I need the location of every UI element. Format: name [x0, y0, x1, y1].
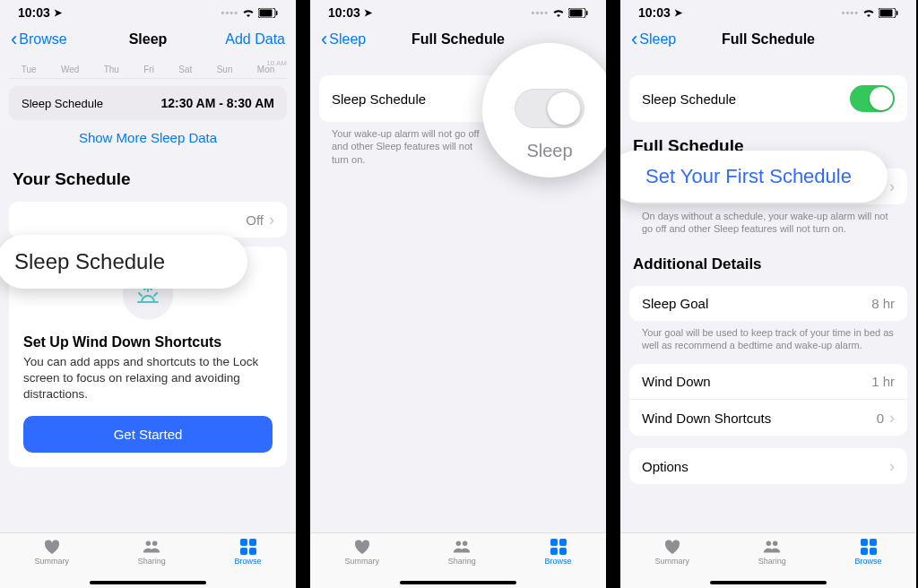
- chevron-right-icon: ›: [889, 410, 895, 426]
- week-row: 10 AM Tue Wed Thu Fri Sat Sun Mon: [9, 59, 287, 79]
- status-bar: 10:03 ➤ ••••: [0, 0, 296, 20]
- tab-sharing-label: Sharing: [448, 557, 476, 566]
- tab-sharing[interactable]: Sharing: [448, 539, 476, 566]
- toggle-footer: Your wake-up alarm will not go off and o…: [319, 122, 498, 171]
- svg-rect-1: [260, 9, 273, 16]
- chevron-left-icon: ‹: [11, 30, 17, 49]
- tab-bar: Summary Sharing Browse: [0, 532, 296, 588]
- home-indicator[interactable]: [90, 581, 206, 584]
- people-icon: [762, 539, 782, 555]
- tab-summary[interactable]: Summary: [34, 539, 69, 566]
- sleep-goal-row[interactable]: Sleep Goal 8 hr: [629, 286, 907, 321]
- tab-browse-label: Browse: [545, 557, 572, 566]
- wind-down-shortcuts-value: 0: [877, 411, 884, 426]
- get-started-button[interactable]: Get Started: [23, 416, 273, 453]
- chevron-left-icon: ‹: [631, 30, 637, 49]
- callout-sleep-schedule: Sleep Schedule: [0, 235, 247, 289]
- status-bar: 10:03 ➤ ••••: [310, 0, 606, 20]
- weekday-sun: Sun: [217, 65, 233, 74]
- wind-down-description: You can add apps and shortcuts to the Lo…: [23, 354, 273, 403]
- weekday-wed: Wed: [61, 65, 79, 74]
- tab-sharing-label: Sharing: [138, 557, 166, 566]
- back-button[interactable]: ‹ Sleep: [321, 30, 366, 49]
- full-schedule-footer: On days without a schedule, your wake-up…: [629, 204, 907, 241]
- chevron-right-icon: ›: [889, 458, 895, 474]
- cell-signal-icon: ••••: [842, 7, 859, 18]
- svg-rect-15: [559, 539, 567, 546]
- screen-2-full-schedule-off: 10:03 ➤ •••• ‹ Sleep Full Schedule Sleep…: [310, 0, 606, 588]
- time-label-10am: 10 AM: [266, 59, 287, 67]
- content: Sleep Schedule Full Schedule Set Your Fi…: [620, 59, 916, 532]
- battery-icon: [568, 8, 588, 18]
- heart-icon: [352, 539, 372, 555]
- sleep-schedule-toggle-card: Sleep Schedule: [629, 75, 907, 122]
- sleep-schedule-toggle[interactable]: [850, 85, 895, 112]
- sleep-schedule-row[interactable]: . Off ›: [9, 202, 287, 238]
- wind-down-row[interactable]: Wind Down 1 hr: [629, 364, 907, 400]
- sleep-goal-label: Sleep Goal: [642, 296, 708, 311]
- cell-signal-icon: ••••: [532, 7, 549, 18]
- status-time: 10:03: [638, 5, 671, 20]
- svg-rect-10: [570, 9, 583, 16]
- tab-browse[interactable]: Browse: [545, 539, 572, 566]
- weekday-tue: Tue: [22, 65, 37, 74]
- wind-down-shortcuts-row[interactable]: Wind Down Shortcuts 0 ›: [629, 400, 907, 436]
- svg-rect-17: [559, 548, 567, 555]
- wifi-icon: [552, 8, 565, 18]
- tab-sharing[interactable]: Sharing: [138, 539, 166, 566]
- home-indicator[interactable]: [400, 581, 516, 584]
- svg-point-3: [146, 541, 152, 547]
- tab-summary-label: Summary: [654, 557, 689, 566]
- sleep-schedule-time: 12:30 AM - 8:30 AM: [160, 96, 274, 110]
- options-label: Options: [642, 459, 688, 474]
- nav-title: Full Schedule: [722, 31, 815, 48]
- wifi-icon: [862, 8, 875, 18]
- grid-icon: [859, 539, 879, 555]
- options-row[interactable]: Options ›: [629, 448, 907, 484]
- heart-icon: [663, 539, 682, 555]
- add-data-button[interactable]: Add Data: [225, 31, 285, 48]
- back-label: Browse: [19, 31, 66, 48]
- callout-set-first-schedule: Set Your First Schedule: [620, 151, 888, 203]
- location-icon: ➤: [674, 7, 682, 19]
- tab-browse[interactable]: Browse: [855, 539, 882, 566]
- wind-down-shortcuts-label: Wind Down Shortcuts: [642, 411, 771, 426]
- options-card: Options ›: [629, 448, 907, 484]
- status-time: 10:03: [18, 5, 50, 20]
- tab-summary[interactable]: Summary: [654, 539, 689, 566]
- sleep-schedule-value: Off: [246, 212, 264, 228]
- tab-bar: Summary Sharing Browse: [310, 532, 606, 588]
- sleep-goal-footer: Your goal will be used to keep track of …: [629, 321, 907, 358]
- status-bar: 10:03 ➤ ••••: [620, 0, 916, 20]
- tab-summary[interactable]: Summary: [344, 539, 379, 566]
- back-label: Sleep: [329, 31, 366, 48]
- sleep-schedule-toggle-label: Sleep Schedule: [642, 91, 736, 107]
- nav-title: Sleep: [129, 31, 168, 48]
- battery-icon: [258, 8, 278, 18]
- additional-details-header: Additional Details: [629, 241, 907, 279]
- back-button[interactable]: ‹ Browse: [11, 30, 67, 49]
- weekday-sat: Sat: [178, 65, 192, 74]
- tab-summary-label: Summary: [344, 557, 379, 566]
- svg-rect-23: [861, 539, 868, 546]
- nav-bar: ‹ Sleep Full Schedule: [620, 20, 916, 59]
- sleep-goal-card: Sleep Goal 8 hr: [629, 286, 907, 321]
- tab-browse[interactable]: Browse: [235, 539, 262, 566]
- svg-point-4: [152, 541, 158, 547]
- tab-sharing-label: Sharing: [758, 557, 786, 566]
- wifi-icon: [242, 8, 255, 18]
- grid-icon: [549, 539, 568, 555]
- tab-sharing[interactable]: Sharing: [758, 539, 786, 566]
- chevron-right-icon: ›: [889, 178, 895, 195]
- weekday-thu: Thu: [104, 65, 119, 74]
- magnified-sleep-label: Sleep: [526, 141, 572, 161]
- svg-point-22: [773, 541, 778, 547]
- nav-bar: ‹ Browse Sleep Add Data: [0, 20, 296, 59]
- svg-rect-16: [550, 548, 558, 555]
- nav-title: Full Schedule: [411, 31, 505, 48]
- home-indicator[interactable]: [710, 581, 827, 584]
- back-button[interactable]: ‹ Sleep: [631, 30, 676, 49]
- magnified-toggle-off: [515, 89, 585, 128]
- svg-rect-11: [586, 11, 588, 15]
- show-more-sleep-data-button[interactable]: Show More Sleep Data: [9, 120, 287, 155]
